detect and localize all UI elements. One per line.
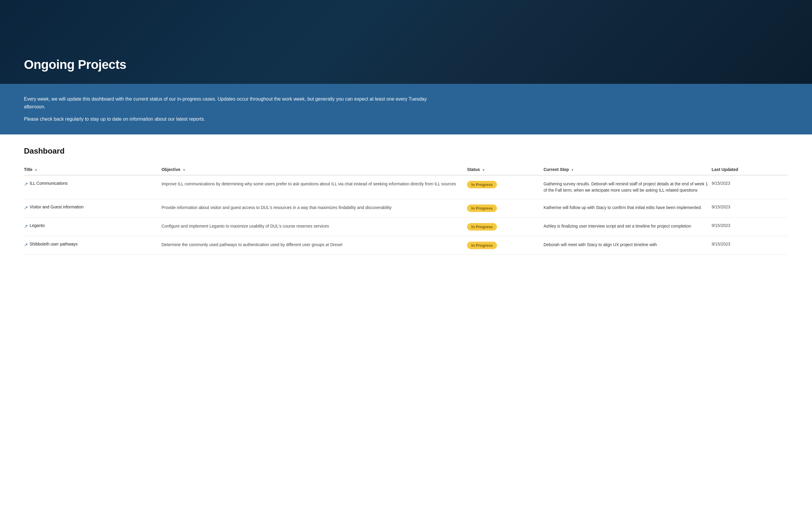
last-updated-date: 9/15/2023: [712, 205, 730, 209]
table-row: ↗Visitor and Guest informationProvide in…: [24, 199, 788, 217]
col-header-current-step[interactable]: Current Step ∨: [544, 164, 712, 175]
status-badge: In Progress: [467, 242, 497, 249]
dashboard-title: Dashboard: [24, 146, 788, 156]
info-text-block: Every week, we will update this dashboar…: [24, 95, 443, 123]
project-title: Leganto: [30, 223, 45, 228]
status-badge: In Progress: [467, 223, 497, 230]
projects-table: Title ∨ Objective ∨ Status ∨ Current Ste…: [24, 164, 788, 255]
cell-current-step: Ashley is finalizing user interview scri…: [544, 217, 712, 236]
cell-last-updated: 9/15/2023: [712, 217, 788, 236]
objective-text: Configure and implement Leganto to maxim…: [162, 224, 329, 228]
sort-icon-objective: ∨: [183, 168, 185, 172]
project-title: Shibboleth user pathways: [30, 242, 78, 246]
step-text: Katherine will follow up with Stacy to c…: [544, 205, 702, 210]
sort-icon-status: ∨: [482, 168, 485, 172]
col-header-objective[interactable]: Objective ∨: [162, 164, 467, 175]
last-updated-date: 9/15/2023: [712, 242, 730, 246]
cell-title: ↗Visitor and Guest information: [24, 199, 162, 217]
project-title: Visitor and Guest information: [30, 205, 84, 209]
cell-status: In Progress: [467, 236, 543, 254]
status-badge: In Progress: [467, 205, 497, 212]
step-text: Gathering survey results. Deborah will r…: [544, 182, 708, 193]
table-row: ↗Shibboleth user pathwaysDetermine the c…: [24, 236, 788, 254]
project-title: ILL Communications: [30, 181, 68, 186]
objective-text: Provide information about visitor and gu…: [162, 205, 392, 210]
cell-title: ↗Leganto: [24, 217, 162, 236]
cell-current-step: Gathering survey results. Deborah will r…: [544, 175, 712, 199]
table-header: Title ∨ Objective ∨ Status ∨ Current Ste…: [24, 164, 788, 175]
col-header-last-updated: Last Updated: [712, 164, 788, 175]
info-section: Every week, we will update this dashboar…: [0, 84, 812, 134]
page-title: Ongoing Projects: [24, 57, 126, 72]
objective-text: Determine the commonly used pathways to …: [162, 242, 342, 247]
objective-text: Improve ILL communications by determinin…: [162, 182, 456, 186]
cell-objective: Determine the commonly used pathways to …: [162, 236, 467, 254]
dashboard-section: Dashboard Title ∨ Objective ∨ Status ∨ C…: [0, 134, 812, 273]
row-icon: ↗: [24, 181, 28, 187]
table-row: ↗LegantoConfigure and implement Leganto …: [24, 217, 788, 236]
info-paragraph-1: Every week, we will update this dashboar…: [24, 95, 443, 110]
table-row: ↗ILL CommunicationsImprove ILL communica…: [24, 175, 788, 199]
row-icon: ↗: [24, 205, 28, 211]
cell-last-updated: 9/15/2023: [712, 199, 788, 217]
cell-current-step: Deborah will meet with Stacy to align UX…: [544, 236, 712, 254]
step-text: Ashley is finalizing user interview scri…: [544, 224, 691, 228]
cell-status: In Progress: [467, 175, 543, 199]
hero-section: Ongoing Projects: [0, 0, 812, 84]
step-text: Deborah will meet with Stacy to align UX…: [544, 242, 657, 247]
cell-objective: Provide information about visitor and gu…: [162, 199, 467, 217]
cell-status: In Progress: [467, 217, 543, 236]
cell-last-updated: 9/15/2023: [712, 175, 788, 199]
row-icon: ↗: [24, 223, 28, 229]
cell-objective: Improve ILL communications by determinin…: [162, 175, 467, 199]
cell-last-updated: 9/15/2023: [712, 236, 788, 254]
sort-icon-title: ∨: [35, 168, 37, 172]
row-icon: ↗: [24, 242, 28, 248]
cell-current-step: Katherine will follow up with Stacy to c…: [544, 199, 712, 217]
last-updated-date: 9/15/2023: [712, 181, 730, 186]
cell-title: ↗Shibboleth user pathways: [24, 236, 162, 254]
col-header-title[interactable]: Title ∨: [24, 164, 162, 175]
status-badge: In Progress: [467, 181, 497, 188]
hero-content: Ongoing Projects: [0, 57, 126, 72]
info-paragraph-2: Please check back regularly to stay up t…: [24, 115, 443, 123]
table-body: ↗ILL CommunicationsImprove ILL communica…: [24, 175, 788, 255]
last-updated-date: 9/15/2023: [712, 223, 730, 228]
sort-icon-current-step: ∨: [571, 168, 574, 172]
cell-objective: Configure and implement Leganto to maxim…: [162, 217, 467, 236]
cell-title: ↗ILL Communications: [24, 175, 162, 199]
col-header-status[interactable]: Status ∨: [467, 164, 543, 175]
cell-status: In Progress: [467, 199, 543, 217]
